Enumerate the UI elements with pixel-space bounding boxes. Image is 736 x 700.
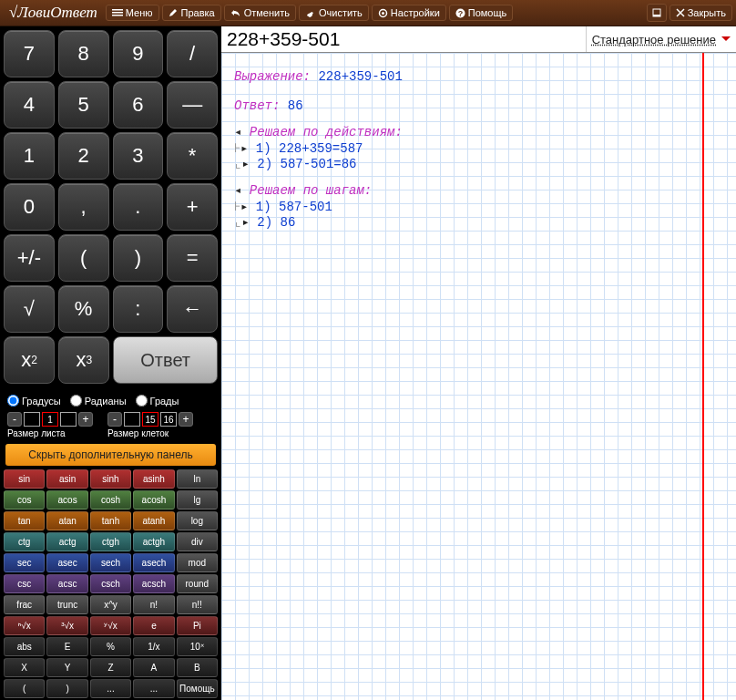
key-4[interactable]: 4 bbox=[4, 81, 55, 129]
close-button[interactable]: Закрыть bbox=[670, 5, 732, 21]
fn-acos[interactable]: acos bbox=[46, 490, 87, 510]
fn-asinh[interactable]: asinh bbox=[133, 469, 174, 489]
fn-lg[interactable]: lg bbox=[177, 490, 218, 510]
fn-[interactable]: % bbox=[90, 637, 131, 656]
undo-button[interactable]: Отменить bbox=[224, 5, 296, 21]
settings-button[interactable]: Настройки bbox=[372, 5, 446, 21]
key-backspace[interactable]: ← bbox=[167, 285, 218, 333]
fn-Z[interactable]: Z bbox=[90, 658, 131, 677]
fn-trunc[interactable]: trunc bbox=[46, 595, 87, 614]
edit-button[interactable]: Правка bbox=[162, 5, 221, 21]
fn-mod[interactable]: mod bbox=[177, 553, 218, 572]
fn-asech[interactable]: asech bbox=[133, 553, 174, 572]
angle-grad[interactable]: Грады bbox=[136, 395, 179, 407]
key-minus[interactable]: — bbox=[167, 81, 218, 129]
fn-B[interactable]: B bbox=[177, 658, 218, 677]
angle-rad[interactable]: Радианы bbox=[70, 395, 127, 407]
key-plus[interactable]: + bbox=[167, 183, 218, 231]
fn-x[interactable]: ⁿ√x bbox=[4, 616, 45, 635]
key-percent[interactable]: % bbox=[58, 285, 109, 333]
fn-A[interactable]: A bbox=[133, 658, 174, 677]
key-0[interactable]: 0 bbox=[4, 183, 55, 231]
fn-ctg[interactable]: ctg bbox=[4, 532, 45, 551]
clear-button[interactable]: Очистить bbox=[299, 5, 369, 21]
key-5[interactable]: 5 bbox=[58, 81, 109, 129]
fn-div[interactable]: div bbox=[177, 532, 218, 551]
fn-[interactable]: ( bbox=[4, 679, 45, 698]
fn-csc[interactable]: csc bbox=[4, 574, 45, 593]
fn-atan[interactable]: atan bbox=[46, 511, 87, 530]
fn-round[interactable]: round bbox=[177, 574, 218, 593]
fn-log[interactable]: log bbox=[177, 511, 218, 530]
fn-acosh[interactable]: acosh bbox=[133, 490, 174, 510]
key-answer[interactable]: Ответ bbox=[113, 336, 218, 384]
angle-deg[interactable]: Градусы bbox=[7, 395, 61, 407]
fn-x[interactable]: ʸ√x bbox=[90, 616, 131, 635]
key-lparen[interactable]: ( bbox=[58, 234, 109, 282]
menu-button[interactable]: Меню bbox=[106, 5, 159, 21]
fn-[interactable]: ... bbox=[90, 679, 131, 698]
key-6[interactable]: 6 bbox=[113, 81, 164, 129]
fn-e[interactable]: e bbox=[133, 616, 174, 635]
key-divide[interactable]: / bbox=[167, 30, 218, 77]
fn-1x[interactable]: 1/x bbox=[133, 637, 174, 656]
fn-E[interactable]: E bbox=[46, 637, 87, 656]
fn-tan[interactable]: tan bbox=[4, 511, 45, 530]
key-comma[interactable]: , bbox=[58, 183, 109, 231]
fn-abs[interactable]: abs bbox=[4, 637, 45, 656]
fn-sinh[interactable]: sinh bbox=[90, 469, 131, 489]
fn-frac[interactable]: frac bbox=[4, 595, 45, 614]
fn-asin[interactable]: asin bbox=[46, 469, 87, 489]
fn-n[interactable]: n!! bbox=[177, 595, 218, 614]
fn-Y[interactable]: Y bbox=[46, 658, 87, 677]
help-button[interactable]: ?Помощь bbox=[449, 5, 514, 21]
fn-[interactable]: Помощь bbox=[177, 679, 218, 698]
fn-tanh[interactable]: tanh bbox=[90, 511, 131, 530]
fn-[interactable]: ) bbox=[46, 679, 87, 698]
fn-acsch[interactable]: acsch bbox=[133, 574, 174, 593]
fn-sin[interactable]: sin bbox=[4, 469, 45, 489]
fn-X[interactable]: X bbox=[4, 658, 45, 677]
cell-plus[interactable]: + bbox=[179, 412, 193, 427]
fn-ln[interactable]: ln bbox=[177, 469, 218, 489]
expand-icon[interactable]: ▸ bbox=[240, 140, 248, 155]
expression-input[interactable] bbox=[221, 26, 586, 52]
key-1[interactable]: 1 bbox=[4, 132, 55, 180]
fn-asec[interactable]: asec bbox=[46, 553, 87, 572]
fn-ctgh[interactable]: ctgh bbox=[90, 532, 131, 551]
expand-icon[interactable]: ▸ bbox=[240, 199, 248, 213]
solution-type-dropdown[interactable]: Стандартное решение bbox=[586, 26, 736, 52]
key-plusminus[interactable]: +/- bbox=[4, 234, 55, 282]
fn-10[interactable]: 10ˣ bbox=[177, 637, 218, 656]
key-rparen[interactable]: ) bbox=[113, 234, 164, 282]
fn-csch[interactable]: csch bbox=[90, 574, 131, 593]
expand-icon[interactable]: ▸ bbox=[241, 214, 249, 229]
key-sqrt[interactable]: √ bbox=[4, 285, 55, 333]
fn-[interactable]: ... bbox=[133, 679, 174, 698]
collapse-icon[interactable]: ◂ bbox=[234, 124, 241, 139]
key-9[interactable]: 9 bbox=[113, 30, 164, 77]
fn-actg[interactable]: actg bbox=[46, 532, 87, 551]
fn-actgh[interactable]: actgh bbox=[133, 532, 174, 551]
fn-xy[interactable]: x^y bbox=[90, 595, 131, 614]
key-8[interactable]: 8 bbox=[58, 30, 109, 77]
fn-acsc[interactable]: acsc bbox=[46, 574, 87, 593]
expand-icon[interactable]: ▸ bbox=[241, 156, 249, 170]
key-3[interactable]: 3 bbox=[113, 132, 164, 180]
key-x3[interactable]: x3 bbox=[58, 336, 109, 384]
fn-x[interactable]: ³√x bbox=[46, 616, 87, 635]
sheet-plus[interactable]: + bbox=[78, 412, 93, 427]
fn-sec[interactable]: sec bbox=[4, 553, 45, 572]
toggle-extra-panel[interactable]: Скрыть дополнительную панель bbox=[5, 444, 216, 466]
fn-cosh[interactable]: cosh bbox=[90, 490, 131, 510]
sheet-minus[interactable]: - bbox=[7, 412, 22, 427]
key-equals[interactable]: = bbox=[167, 234, 218, 282]
key-2[interactable]: 2 bbox=[58, 132, 109, 180]
key-7[interactable]: 7 bbox=[4, 30, 55, 77]
fn-cos[interactable]: cos bbox=[4, 490, 45, 510]
key-colon[interactable]: : bbox=[113, 285, 164, 333]
minimize-button[interactable] bbox=[647, 4, 667, 22]
fn-atanh[interactable]: atanh bbox=[133, 511, 174, 530]
collapse-icon[interactable]: ◂ bbox=[234, 182, 241, 197]
key-x2[interactable]: x2 bbox=[4, 336, 55, 384]
